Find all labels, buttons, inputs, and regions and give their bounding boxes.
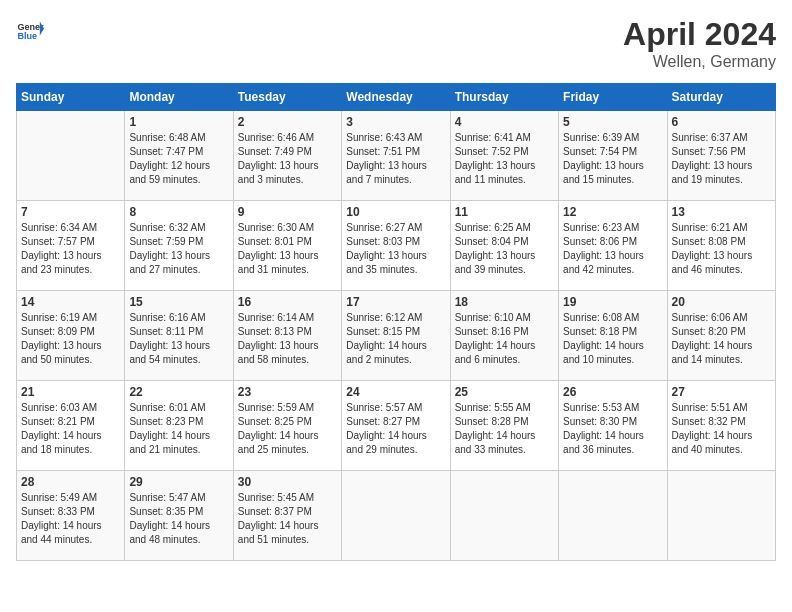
day-number: 11: [455, 205, 554, 219]
day-number: 24: [346, 385, 445, 399]
page-header: General Blue April 2024 Wellen, Germany: [16, 16, 776, 71]
calendar-cell: 13Sunrise: 6:21 AM Sunset: 8:08 PM Dayli…: [667, 201, 775, 291]
logo: General Blue: [16, 16, 44, 44]
header-thursday: Thursday: [450, 84, 558, 111]
calendar-cell: 19Sunrise: 6:08 AM Sunset: 8:18 PM Dayli…: [559, 291, 667, 381]
calendar-cell: 25Sunrise: 5:55 AM Sunset: 8:28 PM Dayli…: [450, 381, 558, 471]
calendar-cell: 20Sunrise: 6:06 AM Sunset: 8:20 PM Dayli…: [667, 291, 775, 381]
calendar-cell: 1Sunrise: 6:48 AM Sunset: 7:47 PM Daylig…: [125, 111, 233, 201]
calendar-cell: 14Sunrise: 6:19 AM Sunset: 8:09 PM Dayli…: [17, 291, 125, 381]
day-number: 26: [563, 385, 662, 399]
cell-info: Sunrise: 6:14 AM Sunset: 8:13 PM Dayligh…: [238, 311, 337, 367]
header-saturday: Saturday: [667, 84, 775, 111]
calendar-cell: 16Sunrise: 6:14 AM Sunset: 8:13 PM Dayli…: [233, 291, 341, 381]
calendar-cell: 23Sunrise: 5:59 AM Sunset: 8:25 PM Dayli…: [233, 381, 341, 471]
cell-info: Sunrise: 5:45 AM Sunset: 8:37 PM Dayligh…: [238, 491, 337, 547]
calendar-cell: 11Sunrise: 6:25 AM Sunset: 8:04 PM Dayli…: [450, 201, 558, 291]
cell-info: Sunrise: 6:03 AM Sunset: 8:21 PM Dayligh…: [21, 401, 120, 457]
cell-info: Sunrise: 6:25 AM Sunset: 8:04 PM Dayligh…: [455, 221, 554, 277]
cell-info: Sunrise: 5:47 AM Sunset: 8:35 PM Dayligh…: [129, 491, 228, 547]
day-number: 12: [563, 205, 662, 219]
cell-info: Sunrise: 6:30 AM Sunset: 8:01 PM Dayligh…: [238, 221, 337, 277]
calendar-cell: [559, 471, 667, 561]
day-number: 6: [672, 115, 771, 129]
calendar-cell: 15Sunrise: 6:16 AM Sunset: 8:11 PM Dayli…: [125, 291, 233, 381]
calendar-cell: [450, 471, 558, 561]
calendar-header-row: SundayMondayTuesdayWednesdayThursdayFrid…: [17, 84, 776, 111]
day-number: 14: [21, 295, 120, 309]
cell-info: Sunrise: 6:06 AM Sunset: 8:20 PM Dayligh…: [672, 311, 771, 367]
day-number: 22: [129, 385, 228, 399]
calendar-cell: 2Sunrise: 6:46 AM Sunset: 7:49 PM Daylig…: [233, 111, 341, 201]
cell-info: Sunrise: 5:53 AM Sunset: 8:30 PM Dayligh…: [563, 401, 662, 457]
header-sunday: Sunday: [17, 84, 125, 111]
calendar-cell: 18Sunrise: 6:10 AM Sunset: 8:16 PM Dayli…: [450, 291, 558, 381]
cell-info: Sunrise: 5:51 AM Sunset: 8:32 PM Dayligh…: [672, 401, 771, 457]
calendar-cell: 5Sunrise: 6:39 AM Sunset: 7:54 PM Daylig…: [559, 111, 667, 201]
calendar-cell: [342, 471, 450, 561]
calendar-cell: 28Sunrise: 5:49 AM Sunset: 8:33 PM Dayli…: [17, 471, 125, 561]
day-number: 23: [238, 385, 337, 399]
day-number: 28: [21, 475, 120, 489]
calendar-cell: 26Sunrise: 5:53 AM Sunset: 8:30 PM Dayli…: [559, 381, 667, 471]
cell-info: Sunrise: 6:46 AM Sunset: 7:49 PM Dayligh…: [238, 131, 337, 187]
cell-info: Sunrise: 6:08 AM Sunset: 8:18 PM Dayligh…: [563, 311, 662, 367]
cell-info: Sunrise: 6:43 AM Sunset: 7:51 PM Dayligh…: [346, 131, 445, 187]
cell-info: Sunrise: 5:55 AM Sunset: 8:28 PM Dayligh…: [455, 401, 554, 457]
svg-text:Blue: Blue: [17, 31, 37, 41]
calendar-cell: 9Sunrise: 6:30 AM Sunset: 8:01 PM Daylig…: [233, 201, 341, 291]
day-number: 30: [238, 475, 337, 489]
week-row-0: 1Sunrise: 6:48 AM Sunset: 7:47 PM Daylig…: [17, 111, 776, 201]
day-number: 17: [346, 295, 445, 309]
cell-info: Sunrise: 6:21 AM Sunset: 8:08 PM Dayligh…: [672, 221, 771, 277]
location-title: Wellen, Germany: [623, 53, 776, 71]
day-number: 10: [346, 205, 445, 219]
day-number: 7: [21, 205, 120, 219]
day-number: 2: [238, 115, 337, 129]
day-number: 25: [455, 385, 554, 399]
cell-info: Sunrise: 6:37 AM Sunset: 7:56 PM Dayligh…: [672, 131, 771, 187]
cell-info: Sunrise: 5:57 AM Sunset: 8:27 PM Dayligh…: [346, 401, 445, 457]
cell-info: Sunrise: 6:01 AM Sunset: 8:23 PM Dayligh…: [129, 401, 228, 457]
day-number: 4: [455, 115, 554, 129]
cell-info: Sunrise: 6:10 AM Sunset: 8:16 PM Dayligh…: [455, 311, 554, 367]
day-number: 19: [563, 295, 662, 309]
cell-info: Sunrise: 6:27 AM Sunset: 8:03 PM Dayligh…: [346, 221, 445, 277]
week-row-3: 21Sunrise: 6:03 AM Sunset: 8:21 PM Dayli…: [17, 381, 776, 471]
week-row-4: 28Sunrise: 5:49 AM Sunset: 8:33 PM Dayli…: [17, 471, 776, 561]
cell-info: Sunrise: 6:32 AM Sunset: 7:59 PM Dayligh…: [129, 221, 228, 277]
week-row-2: 14Sunrise: 6:19 AM Sunset: 8:09 PM Dayli…: [17, 291, 776, 381]
cell-info: Sunrise: 6:23 AM Sunset: 8:06 PM Dayligh…: [563, 221, 662, 277]
calendar-cell: 6Sunrise: 6:37 AM Sunset: 7:56 PM Daylig…: [667, 111, 775, 201]
header-monday: Monday: [125, 84, 233, 111]
calendar-cell: 12Sunrise: 6:23 AM Sunset: 8:06 PM Dayli…: [559, 201, 667, 291]
day-number: 29: [129, 475, 228, 489]
cell-info: Sunrise: 6:48 AM Sunset: 7:47 PM Dayligh…: [129, 131, 228, 187]
header-tuesday: Tuesday: [233, 84, 341, 111]
header-friday: Friday: [559, 84, 667, 111]
day-number: 13: [672, 205, 771, 219]
month-title: April 2024: [623, 16, 776, 53]
cell-info: Sunrise: 6:34 AM Sunset: 7:57 PM Dayligh…: [21, 221, 120, 277]
cell-info: Sunrise: 6:16 AM Sunset: 8:11 PM Dayligh…: [129, 311, 228, 367]
day-number: 20: [672, 295, 771, 309]
cell-info: Sunrise: 5:59 AM Sunset: 8:25 PM Dayligh…: [238, 401, 337, 457]
cell-info: Sunrise: 6:19 AM Sunset: 8:09 PM Dayligh…: [21, 311, 120, 367]
day-number: 8: [129, 205, 228, 219]
logo-icon: General Blue: [16, 16, 44, 44]
calendar-cell: 3Sunrise: 6:43 AM Sunset: 7:51 PM Daylig…: [342, 111, 450, 201]
calendar-cell: 7Sunrise: 6:34 AM Sunset: 7:57 PM Daylig…: [17, 201, 125, 291]
calendar-table: SundayMondayTuesdayWednesdayThursdayFrid…: [16, 83, 776, 561]
calendar-cell: 10Sunrise: 6:27 AM Sunset: 8:03 PM Dayli…: [342, 201, 450, 291]
calendar-cell: 17Sunrise: 6:12 AM Sunset: 8:15 PM Dayli…: [342, 291, 450, 381]
day-number: 18: [455, 295, 554, 309]
day-number: 15: [129, 295, 228, 309]
header-wednesday: Wednesday: [342, 84, 450, 111]
cell-info: Sunrise: 5:49 AM Sunset: 8:33 PM Dayligh…: [21, 491, 120, 547]
cell-info: Sunrise: 6:39 AM Sunset: 7:54 PM Dayligh…: [563, 131, 662, 187]
calendar-cell: 27Sunrise: 5:51 AM Sunset: 8:32 PM Dayli…: [667, 381, 775, 471]
day-number: 9: [238, 205, 337, 219]
calendar-cell: [667, 471, 775, 561]
day-number: 1: [129, 115, 228, 129]
title-area: April 2024 Wellen, Germany: [623, 16, 776, 71]
